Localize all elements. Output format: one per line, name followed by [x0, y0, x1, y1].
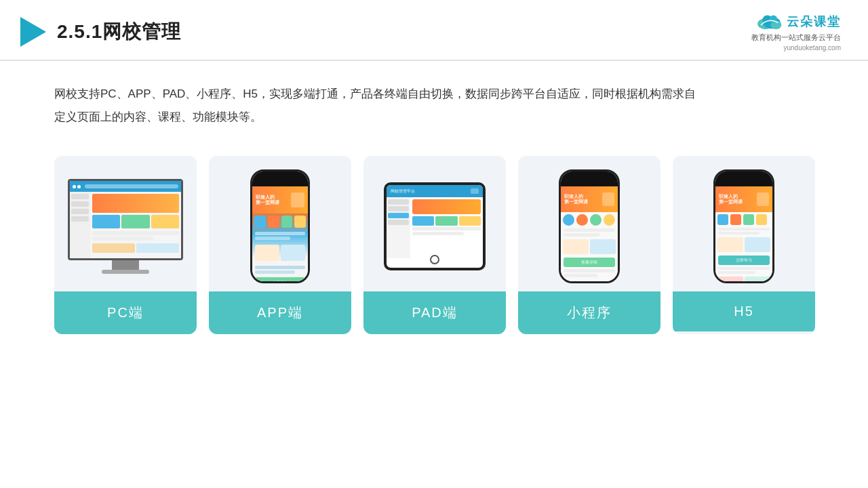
card-miniprogram-label: 小程序 — [518, 291, 660, 334]
h5-phone: 职途人的第一堂网课 — [713, 169, 774, 283]
card-pad-image: 网校管理平台 — [363, 156, 506, 291]
cloud-logo-icon — [755, 12, 783, 31]
card-pc: PC端 — [54, 156, 197, 334]
monitor-wrapper — [68, 179, 183, 274]
description-text: 网校支持PC、APP、PAD、小程序、H5，实现多端打通，产品各终端自由切换，数… — [0, 61, 746, 129]
app-phone: 职途人的第一堂网课 — [250, 169, 310, 283]
card-pad-label: PAD端 — [363, 291, 506, 334]
card-miniprogram: 职途人的第一堂网课 — [518, 156, 660, 334]
page-header: 2.5.1网校管理 云朵课堂 教育机构一站式服务云平台 yunduoketang… — [0, 0, 868, 61]
page-title: 2.5.1网校管理 — [57, 19, 181, 45]
miniprogram-phone: 职途人的第一堂网课 — [559, 169, 620, 283]
card-miniprogram-image: 职途人的第一堂网课 — [518, 156, 660, 291]
logo-subtitle: 教育机构一站式服务云平台 — [751, 33, 841, 43]
card-app-image: 职途人的第一堂网课 — [209, 156, 351, 291]
play-icon — [20, 17, 46, 47]
card-app-label: APP端 — [209, 291, 351, 334]
logo-url: yunduoketang.com — [783, 44, 841, 52]
card-h5: 职途人的第一堂网课 — [673, 156, 815, 334]
card-h5-image: 职途人的第一堂网课 — [673, 156, 815, 291]
card-pc-label: PC端 — [54, 291, 197, 334]
monitor-screen — [68, 179, 183, 260]
card-pad: 网校管理平台 — [363, 156, 506, 334]
card-h5-label: H5 — [673, 291, 815, 331]
logo-area: 云朵课堂 教育机构一站式服务云平台 yunduoketang.com — [751, 12, 841, 52]
pad-tablet: 网校管理平台 — [384, 182, 486, 270]
card-app: 职途人的第一堂网课 — [209, 156, 351, 334]
header-left: 2.5.1网校管理 — [20, 17, 181, 47]
logo-cloud: 云朵课堂 — [755, 12, 841, 31]
logo-text: 云朵课堂 — [787, 14, 841, 30]
cards-container: PC端 职途人的第一堂网课 — [0, 129, 868, 334]
card-pc-image — [54, 156, 197, 291]
